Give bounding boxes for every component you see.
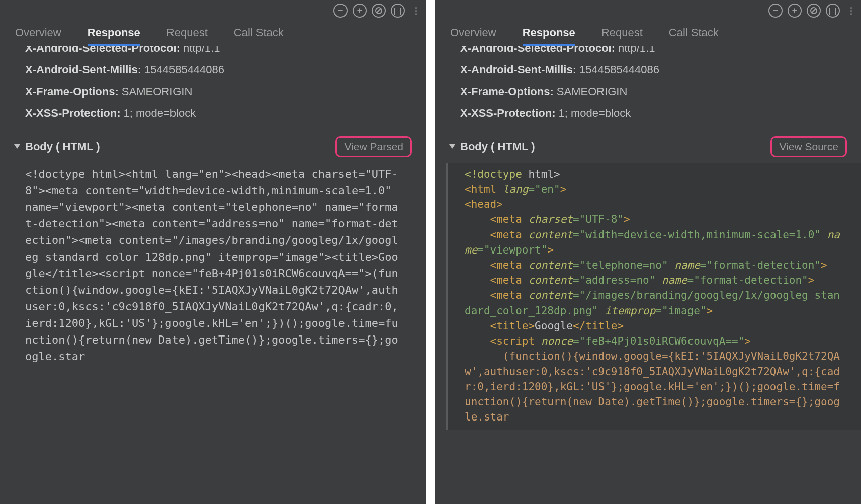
zoom-out-icon[interactable]: −: [333, 4, 348, 18]
pane-left: − + ❘❘ Overview Response Request Call St…: [0, 0, 426, 504]
svg-line-1: [377, 9, 381, 13]
header-key: X-Frame-Options:: [460, 85, 554, 98]
header-key: X-XSS-Protection:: [25, 107, 120, 119]
header-value: SAMEORIGIN: [557, 85, 628, 98]
block-icon[interactable]: [807, 4, 821, 18]
header-value: http/1.1: [618, 46, 655, 54]
body-section-title: Body ( HTML ): [25, 140, 100, 153]
tab-response[interactable]: Response: [88, 26, 140, 46]
header-value: http/1.1: [183, 46, 220, 54]
toolbar: − + ❘❘: [0, 0, 426, 21]
header-value: 1544585444086: [579, 63, 659, 76]
header-value: SAMEORIGIN: [122, 85, 193, 98]
block-icon[interactable]: [372, 4, 386, 18]
header-key: X-XSS-Protection:: [460, 107, 555, 119]
header-key: X-Android-Selected-Protocol:: [460, 46, 615, 54]
more-icon[interactable]: [413, 7, 419, 15]
header-key: X-Android-Sent-Millis:: [460, 63, 576, 76]
view-source-button[interactable]: View Source: [770, 136, 847, 157]
chevron-down-icon[interactable]: [14, 144, 20, 149]
tabs: Overview Response Request Call Stack: [435, 21, 861, 46]
pause-icon[interactable]: ❘❘: [391, 4, 405, 18]
pause-icon[interactable]: ❘❘: [826, 4, 840, 18]
header-key: X-Frame-Options:: [25, 85, 119, 98]
body-raw: <!doctype html><html lang="en"><head><me…: [0, 163, 426, 370]
more-icon[interactable]: [848, 7, 854, 15]
toolbar: − + ❘❘: [435, 0, 861, 21]
header-value: 1; mode=block: [123, 107, 196, 119]
zoom-out-icon[interactable]: −: [768, 4, 783, 18]
tab-call-stack[interactable]: Call Stack: [669, 26, 719, 46]
pane-right: − + ❘❘ Overview Response Request Call St…: [435, 0, 861, 504]
header-value: 1; mode=block: [558, 107, 631, 119]
header-value: 1544585444086: [144, 63, 224, 76]
zoom-in-icon[interactable]: +: [788, 4, 802, 18]
header-key: X-Android-Sent-Millis:: [25, 63, 141, 76]
tab-overview[interactable]: Overview: [15, 26, 61, 46]
svg-line-3: [812, 9, 816, 13]
body-section-title: Body ( HTML ): [460, 140, 535, 153]
tab-response[interactable]: Response: [523, 26, 575, 46]
view-parsed-button[interactable]: View Parsed: [335, 136, 412, 157]
tab-call-stack[interactable]: Call Stack: [234, 26, 284, 46]
body-parsed: <!doctype html> <html lang="en"> <head> …: [446, 163, 861, 430]
response-headers: X-Android-Selected-Protocol:http/1.1 X-A…: [435, 46, 861, 127]
header-key: X-Android-Selected-Protocol:: [25, 46, 180, 54]
chevron-down-icon[interactable]: [449, 144, 455, 149]
tab-request[interactable]: Request: [166, 26, 208, 46]
tabs: Overview Response Request Call Stack: [0, 21, 426, 46]
response-headers: X-Android-Selected-Protocol:http/1.1 X-A…: [0, 46, 426, 127]
tab-overview[interactable]: Overview: [450, 26, 496, 46]
tab-request[interactable]: Request: [601, 26, 643, 46]
zoom-in-icon[interactable]: +: [353, 4, 367, 18]
